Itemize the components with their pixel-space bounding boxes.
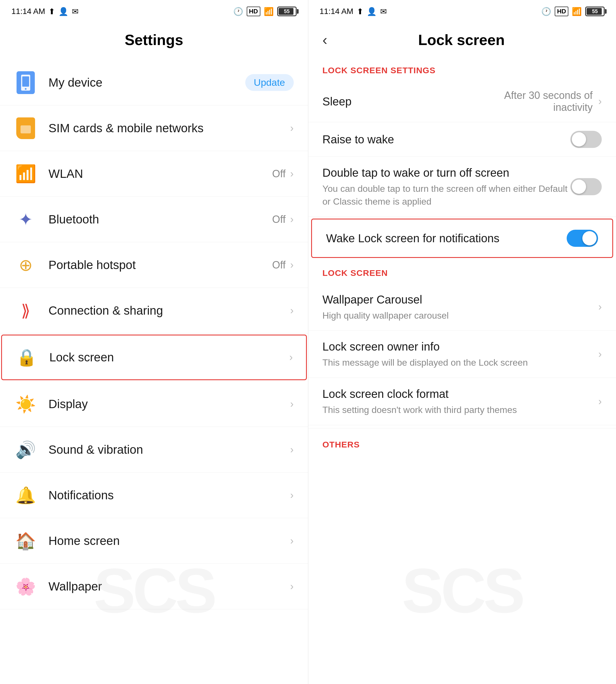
hd-icon-r: HD — [555, 6, 568, 16]
sleep-value: After 30 seconds ofinactivity — [504, 90, 593, 113]
connection-label: Connection & sharing — [48, 304, 163, 318]
raise-title: Raise to wake — [323, 132, 571, 147]
lockscreen-item-clockformat[interactable]: Lock screen clock format This setting do… — [308, 378, 616, 425]
settings-item-lockscreen[interactable]: 🔒 Lock screen › — [1, 335, 307, 380]
sound-value: › — [290, 444, 294, 456]
battery-right: 55 — [585, 6, 604, 16]
doubletap-title: Double tap to wake or turn off screen — [323, 165, 571, 180]
settings-list: SIM cards & mobile networks › 📶 WLAN Off… — [0, 106, 308, 684]
settings-item-bluetooth[interactable]: ✦ Bluetooth Off › — [0, 197, 308, 242]
lockscreen-panel: 11:14 AM ⬆ 👤 ✉ 🕐 HD 📶 55 ‹ Lock screen L… — [308, 0, 616, 684]
alarm-icon: 🕐 — [233, 7, 243, 16]
wakelock-title: Wake Lock screen for notifications — [326, 231, 567, 246]
connection-value: › — [290, 305, 294, 317]
settings-item-wlan[interactable]: 📶 WLAN Off › — [0, 151, 308, 197]
back-button[interactable]: ‹ — [323, 31, 327, 48]
homescreen-label: Home screen — [48, 534, 120, 548]
lockscreen-item-wakelock[interactable]: Wake Lock screen for notifications — [311, 219, 613, 258]
display-icon: ☀️ — [14, 393, 37, 415]
carousel-sub: High quality wallpaper carousel — [323, 309, 599, 322]
notifications-icon: 🔔 — [14, 484, 37, 507]
lockscreen-value: › — [289, 351, 293, 363]
status-bar-left: 11:14 AM ⬆ 👤 ✉ 🕐 HD 📶 55 — [0, 0, 308, 23]
battery-left: 55 — [277, 6, 296, 16]
ownerinfo-title: Lock screen owner info — [323, 339, 599, 354]
hotspot-value: Off › — [272, 259, 293, 271]
section-label-lockscreen: LOCK SCREEN — [308, 260, 616, 283]
lockscreen-header: ‹ Lock screen — [308, 23, 616, 57]
update-badge[interactable]: Update — [245, 74, 294, 91]
settings-item-notifications[interactable]: 🔔 Notifications › — [0, 473, 308, 518]
sim-label: SIM cards & mobile networks — [48, 121, 204, 135]
hotspot-icon: ⊕ — [14, 254, 37, 276]
sleep-chevron: › — [598, 95, 602, 108]
settings-item-sim[interactable]: SIM cards & mobile networks › — [0, 106, 308, 151]
display-value: › — [290, 398, 294, 410]
homescreen-value: › — [290, 535, 294, 547]
display-label: Display — [48, 397, 88, 411]
doubletap-sub: You can double tap to turn the screen of… — [323, 182, 571, 208]
wallpaper-label: Wallpaper — [48, 580, 102, 593]
time-left: 11:14 AM — [12, 7, 45, 16]
home-icon: 🏠 — [14, 529, 37, 552]
status-bar-right: 11:14 AM ⬆ 👤 ✉ 🕐 HD 📶 55 — [308, 0, 616, 23]
bluetooth-label: Bluetooth — [48, 213, 99, 226]
settings-item-connection[interactable]: ⟫ Connection & sharing › — [0, 288, 308, 334]
upload-icon: ⬆ — [48, 7, 55, 16]
signal-icon: 📶 — [264, 7, 274, 16]
notifications-value: › — [290, 489, 294, 501]
upload-icon-r: ⬆ — [357, 7, 363, 16]
settings-panel: 11:14 AM ⬆ 👤 ✉ 🕐 HD 📶 55 Settings — [0, 0, 308, 684]
lockscreen-item-carousel[interactable]: Wallpaper Carousel High quality wallpape… — [308, 283, 616, 331]
hd-icon: HD — [247, 6, 260, 16]
user-icon-r: 👤 — [367, 7, 377, 16]
carousel-title: Wallpaper Carousel — [323, 292, 599, 307]
wlan-icon: 📶 — [14, 162, 37, 185]
settings-item-hotspot[interactable]: ⊕ Portable hotspot Off › — [0, 242, 308, 288]
lockscreen-item-sleep[interactable]: Sleep After 30 seconds ofinactivity › — [308, 81, 616, 122]
sound-label: Sound & vibration — [48, 443, 143, 457]
settings-item-homescreen[interactable]: 🏠 Home screen › — [0, 518, 308, 564]
time-right: 11:14 AM — [320, 7, 353, 16]
ownerinfo-chevron: › — [598, 348, 602, 360]
mydevice-label: My device — [48, 76, 102, 90]
settings-title: Settings — [0, 23, 308, 60]
wakelock-toggle[interactable] — [567, 230, 598, 247]
clockformat-title: Lock screen clock format — [323, 386, 599, 401]
alarm-icon-r: 🕐 — [541, 7, 551, 16]
settings-item-sound[interactable]: 🔊 Sound & vibration › — [0, 427, 308, 473]
settings-item-display[interactable]: ☀️ Display › — [0, 381, 308, 427]
lock-icon: 🔒 — [15, 346, 38, 369]
sim-value: › — [290, 122, 294, 134]
doubletap-toggle[interactable] — [570, 178, 602, 195]
bluetooth-value: Off › — [272, 213, 293, 225]
notifications-label: Notifications — [48, 488, 114, 502]
carousel-chevron: › — [598, 301, 602, 313]
wallpaper-value: › — [290, 580, 294, 593]
clockformat-sub: This setting doesn't work with third par… — [323, 404, 599, 416]
lockscreen-item-ownerinfo[interactable]: Lock screen owner info This message will… — [308, 330, 616, 378]
lockscreen-item-raise[interactable]: Raise to wake — [308, 122, 616, 157]
signal-icon-r: 📶 — [572, 7, 582, 16]
settings-item-wallpaper[interactable]: 🌸 Wallpaper › — [0, 564, 308, 609]
wallpaper-icon: 🌸 — [14, 575, 37, 598]
mail-icon-r: ✉ — [380, 7, 387, 16]
raise-toggle[interactable] — [570, 131, 602, 148]
clockformat-chevron: › — [598, 395, 602, 408]
sim-icon — [14, 117, 37, 140]
sound-icon: 🔊 — [14, 438, 37, 461]
divider — [308, 428, 616, 428]
lockscreen-title: Lock screen — [336, 31, 602, 48]
sleep-title: Sleep — [323, 94, 504, 109]
device-icon — [14, 71, 37, 94]
connection-icon: ⟫ — [14, 299, 37, 322]
lockscreen-item-doubletap[interactable]: Double tap to wake or turn off screen Yo… — [308, 157, 616, 217]
hotspot-label: Portable hotspot — [48, 258, 136, 272]
section-label-others: OTHERS — [308, 431, 616, 455]
settings-item-mydevice[interactable]: My device Update — [0, 60, 308, 106]
watermark-right: SCS — [402, 555, 522, 627]
lockscreen-label: Lock screen — [49, 350, 114, 364]
mail-icon: ✉ — [72, 7, 79, 16]
bluetooth-icon: ✦ — [14, 208, 37, 231]
svg-rect-1 — [22, 76, 29, 87]
